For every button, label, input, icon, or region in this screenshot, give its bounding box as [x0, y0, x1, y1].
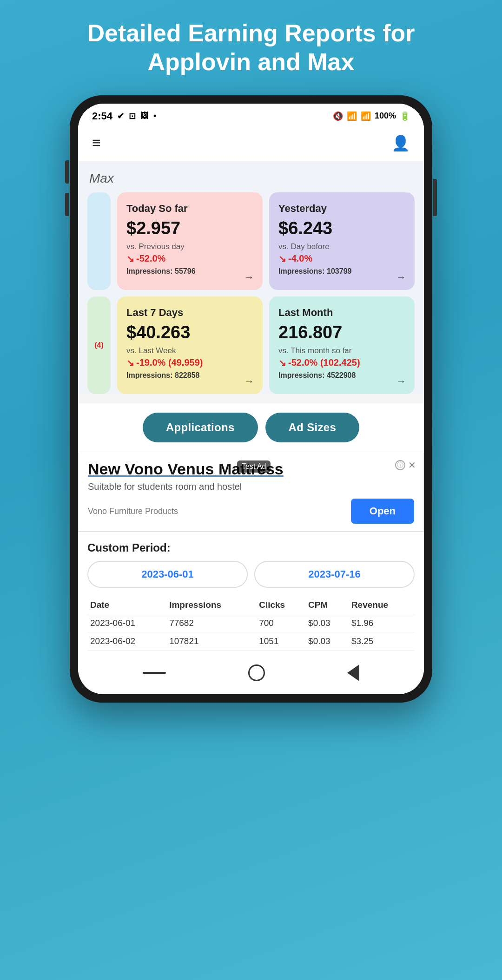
- nav-back-icon[interactable]: [347, 664, 359, 681]
- card-today-arrow[interactable]: →: [244, 271, 254, 283]
- card-today-title: Today So far: [126, 203, 253, 215]
- status-time: 2:54: [92, 110, 112, 122]
- card-yesterday-amount: $6.243: [278, 218, 405, 238]
- status-bar: 2:54 ✔ ⊡ 🖼 • 🔇 📶 📶 100% 🔋: [78, 104, 424, 127]
- table-cell: $0.03: [305, 614, 349, 632]
- ad-close-row: ⓘ ✕: [395, 460, 416, 471]
- card-stub-left-2: (4): [87, 296, 111, 394]
- card-last7[interactable]: Last 7 Days $40.263 vs. Last Week ↘ -19.…: [117, 296, 263, 394]
- mute-icon: 🔇: [333, 111, 343, 121]
- table-cell: 77682: [166, 614, 256, 632]
- table-cell: 700: [256, 614, 305, 632]
- applications-button[interactable]: Applications: [143, 413, 258, 442]
- hamburger-menu[interactable]: ≡: [92, 134, 101, 151]
- image-icon: 🖼: [140, 111, 149, 121]
- ad-sizes-button[interactable]: Ad Sizes: [265, 413, 359, 442]
- table-cell: 2023-06-02: [87, 632, 166, 651]
- card-today[interactable]: Today So far $2.957 vs. Previous day ↘ -…: [117, 192, 263, 290]
- status-right: 🔇 📶 📶 100% 🔋: [333, 111, 410, 121]
- card-lastmonth-vs: vs. This month so far: [278, 346, 405, 355]
- custom-period-title: Custom Period:: [87, 541, 415, 554]
- col-impressions: Impressions: [166, 596, 256, 614]
- screen-icon: ⊡: [129, 111, 136, 121]
- ad-info-icon[interactable]: ⓘ: [395, 460, 405, 470]
- date-end-button[interactable]: 2023-07-16: [254, 561, 415, 588]
- card-today-amount: $2.957: [126, 218, 253, 238]
- ad-banner: Test Ad ⓘ ✕ New Vono Venus Mattress Suit…: [78, 452, 424, 532]
- stub-label: (4): [94, 341, 104, 349]
- phone-frame: 2:54 ✔ ⊡ 🖼 • 🔇 📶 📶 100% 🔋 ≡ 👤 Max: [70, 95, 432, 703]
- table-row: 2023-06-021078211051$0.03$3.25: [87, 632, 415, 651]
- power-btn: [433, 179, 437, 216]
- vol-down-btn: [65, 193, 69, 216]
- card-yesterday-title: Yesterday: [278, 203, 405, 215]
- ad-close-icon[interactable]: ✕: [408, 460, 416, 471]
- top-nav: ≡ 👤: [78, 127, 424, 162]
- vol-up-btn: [65, 160, 69, 184]
- col-revenue: Revenue: [349, 596, 415, 614]
- down-arrow-last7: ↘: [126, 357, 134, 368]
- battery-icon: 🔋: [400, 111, 410, 121]
- card-yesterday[interactable]: Yesterday $6.243 vs. Day before ↘ -4.0% …: [269, 192, 415, 290]
- table-cell: 2023-06-01: [87, 614, 166, 632]
- table-cell: 1051: [256, 632, 305, 651]
- custom-period-section: Custom Period: 2023-06-01 2023-07-16 Dat…: [78, 532, 424, 655]
- table-cell: $1.96: [349, 614, 415, 632]
- down-arrow-today: ↘: [126, 253, 134, 264]
- signal-icon: 📶: [361, 111, 371, 121]
- card-yesterday-vs: vs. Day before: [278, 242, 405, 251]
- wifi-icon: 📶: [347, 111, 357, 121]
- down-arrow-lastmonth: ↘: [278, 357, 286, 368]
- card-last7-change: ↘ -19.0% (49.959): [126, 357, 253, 368]
- home-indicator: [78, 655, 424, 694]
- vitals-icon: ✔: [117, 111, 124, 121]
- card-yesterday-change: ↘ -4.0%: [278, 253, 405, 264]
- card-lastmonth-amount: 216.807: [278, 322, 405, 342]
- card-last7-impressions: Impressions: 822858: [126, 371, 253, 380]
- date-row: 2023-06-01 2023-07-16: [87, 561, 415, 588]
- date-start-button[interactable]: 2023-06-01: [87, 561, 248, 588]
- table-cell: $3.25: [349, 632, 415, 651]
- ad-footer: Vono Furniture Products Open: [88, 499, 414, 524]
- tab-buttons-row: Applications Ad Sizes: [78, 403, 424, 452]
- card-last7-arrow[interactable]: →: [244, 375, 254, 388]
- card-yesterday-arrow[interactable]: →: [396, 271, 406, 283]
- test-ad-badge: Test Ad: [237, 460, 271, 473]
- user-profile-icon[interactable]: 👤: [391, 134, 410, 152]
- phone-screen: 2:54 ✔ ⊡ 🖼 • 🔇 📶 📶 100% 🔋 ≡ 👤 Max: [78, 104, 424, 694]
- nav-recent-icon[interactable]: [143, 672, 166, 674]
- col-date: Date: [87, 596, 166, 614]
- card-last7-amount: $40.263: [126, 322, 253, 342]
- card-today-change: ↘ -52.0%: [126, 253, 253, 264]
- table-row: 2023-06-0177682700$0.03$1.96: [87, 614, 415, 632]
- content-area: Max Today So far $2.957 vs. Previous day…: [78, 162, 424, 394]
- ad-brand: Vono Furniture Products: [88, 506, 178, 516]
- status-left: 2:54 ✔ ⊡ 🖼 •: [92, 110, 156, 122]
- card-lastmonth-impressions: Impressions: 4522908: [278, 371, 405, 380]
- nav-home-icon[interactable]: [248, 664, 265, 681]
- card-lastmonth[interactable]: Last Month 216.807 vs. This month so far…: [269, 296, 415, 394]
- battery-pct: 100%: [375, 111, 396, 121]
- card-today-vs: vs. Previous day: [126, 242, 253, 251]
- card-lastmonth-title: Last Month: [278, 307, 405, 319]
- ad-open-button[interactable]: Open: [351, 499, 414, 524]
- page-title: Detailed Earning Reports for Applovin an…: [59, 19, 443, 77]
- brand-label: Max: [87, 171, 415, 186]
- down-arrow-yesterday: ↘: [278, 253, 286, 264]
- dot-icon: •: [153, 111, 156, 121]
- col-clicks: Clicks: [256, 596, 305, 614]
- earnings-table: Date Impressions Clicks CPM Revenue 2023…: [87, 596, 415, 651]
- table-cell: $0.03: [305, 632, 349, 651]
- card-today-impressions: Impressions: 55796: [126, 267, 253, 276]
- ad-subtitle: Suitable for students room and hostel: [88, 481, 414, 492]
- card-last7-vs: vs. Last Week: [126, 346, 253, 355]
- table-cell: 107821: [166, 632, 256, 651]
- card-lastmonth-arrow[interactable]: →: [396, 375, 406, 388]
- card-last7-title: Last 7 Days: [126, 307, 253, 319]
- col-cpm: CPM: [305, 596, 349, 614]
- card-yesterday-impressions: Impressions: 103799: [278, 267, 405, 276]
- card-lastmonth-change: ↘ -52.0% (102.425): [278, 357, 405, 368]
- card-stub-left: [87, 192, 111, 290]
